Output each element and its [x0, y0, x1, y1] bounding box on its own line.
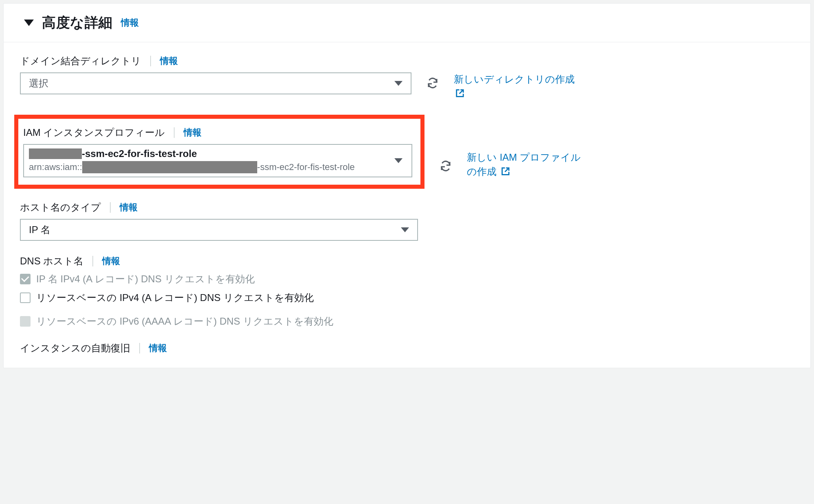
refresh-button[interactable] — [436, 156, 455, 176]
refresh-button[interactable] — [423, 73, 442, 93]
panel-body: ドメイン結合ディレクトリ 情報 選択 新しいディレクトリの作成 — [4, 42, 810, 368]
checkbox-ipv4-a-record: IP 名 IPv4 (A レコード) DNS リクエストを有効化 — [20, 273, 794, 286]
checkbox-label: IP 名 IPv4 (A レコード) DNS リクエストを有効化 — [36, 273, 255, 286]
separator — [174, 127, 175, 138]
field-label: ドメイン結合ディレクトリ — [20, 55, 141, 68]
chevron-down-icon — [394, 81, 403, 86]
iam-profile-select[interactable]: -ssm-ec2-for-fis-test-role arn:aws:iam::… — [23, 144, 412, 177]
checkbox-icon[interactable] — [20, 292, 31, 303]
panel-title: 高度な詳細 — [42, 13, 113, 32]
select-subvalue: arn:aws:iam:: -ssm-ec2-for-fis-test-role — [29, 161, 403, 173]
select-placeholder: 選択 — [29, 77, 48, 90]
link-text: 新しいディレクトリの作成 — [454, 74, 575, 85]
field-label: ホスト名のタイプ — [20, 201, 101, 214]
dns-hostname-field: DNS ホスト名 情報 IP 名 IPv4 (A レコード) DNS リクエスト… — [20, 255, 794, 328]
arn-suffix: -ssm-ec2-for-fis-test-role — [257, 162, 355, 172]
separator — [110, 202, 111, 213]
separator — [150, 56, 151, 66]
auto-recovery-field: インスタンスの自動復旧 情報 — [20, 342, 794, 355]
field-label: IAM インスタンスプロフィール — [23, 126, 165, 139]
refresh-icon — [439, 159, 452, 172]
create-directory-link[interactable]: 新しいディレクトリの作成 — [454, 72, 576, 101]
checkbox-icon — [20, 316, 31, 327]
separator — [139, 343, 140, 353]
checkbox-resource-ipv4[interactable]: リソースベースの IPv4 (A レコード) DNS リクエストを有効化 — [20, 291, 794, 304]
info-link[interactable]: 情報 — [160, 55, 178, 67]
highlight-box: IAM インスタンスプロフィール 情報 -ssm-ec2-for-fis-tes… — [14, 115, 425, 189]
field-label: インスタンスの自動復旧 — [20, 342, 130, 355]
external-link-icon — [501, 167, 510, 176]
field-label: DNS ホスト名 — [20, 255, 83, 268]
value-suffix: -ssm-ec2-for-fis-test-role — [82, 148, 197, 159]
info-link[interactable]: 情報 — [102, 255, 120, 267]
info-link[interactable]: 情報 — [120, 201, 138, 214]
hostname-type-select[interactable]: IP 名 — [20, 219, 418, 241]
refresh-icon — [426, 76, 439, 89]
domain-directory-select[interactable]: 選択 — [20, 72, 411, 94]
info-link[interactable]: 情報 — [121, 17, 139, 29]
advanced-details-panel: 高度な詳細 情報 ドメイン結合ディレクトリ 情報 選択 — [3, 3, 811, 368]
info-link[interactable]: 情報 — [149, 342, 167, 354]
info-link[interactable]: 情報 — [184, 127, 201, 139]
arn-prefix: arn:aws:iam:: — [29, 162, 82, 172]
chevron-down-icon — [394, 158, 403, 163]
separator — [92, 256, 93, 266]
caret-down-icon — [24, 20, 34, 26]
external-link-icon — [455, 89, 464, 98]
select-value: IP 名 — [29, 223, 50, 236]
chevron-down-icon — [401, 227, 409, 232]
checkbox-label: リソースベースの IPv4 (A レコード) DNS リクエストを有効化 — [36, 291, 314, 304]
checkbox-resource-ipv6: リソースベースの IPv6 (AAAA レコード) DNS リクエストを有効化 — [20, 315, 794, 328]
checkbox-label: リソースベースの IPv6 (AAAA レコード) DNS リクエストを有効化 — [36, 315, 333, 328]
checkbox-icon — [20, 274, 31, 284]
link-text: 新しい IAM プロファイルの作成 — [467, 152, 581, 177]
select-value: -ssm-ec2-for-fis-test-role — [29, 148, 403, 159]
iam-profile-row: IAM インスタンスプロフィール 情報 -ssm-ec2-for-fis-tes… — [20, 115, 794, 201]
panel-header[interactable]: 高度な詳細 情報 — [4, 4, 810, 42]
create-iam-profile-link[interactable]: 新しい IAM プロファイルの作成 — [467, 151, 589, 179]
hostname-type-field: ホスト名のタイプ 情報 IP 名 — [20, 201, 794, 241]
domain-directory-field: ドメイン結合ディレクトリ 情報 選択 新しいディレクトリの作成 — [20, 55, 794, 101]
redacted-text — [29, 148, 82, 159]
redacted-text — [82, 161, 257, 173]
